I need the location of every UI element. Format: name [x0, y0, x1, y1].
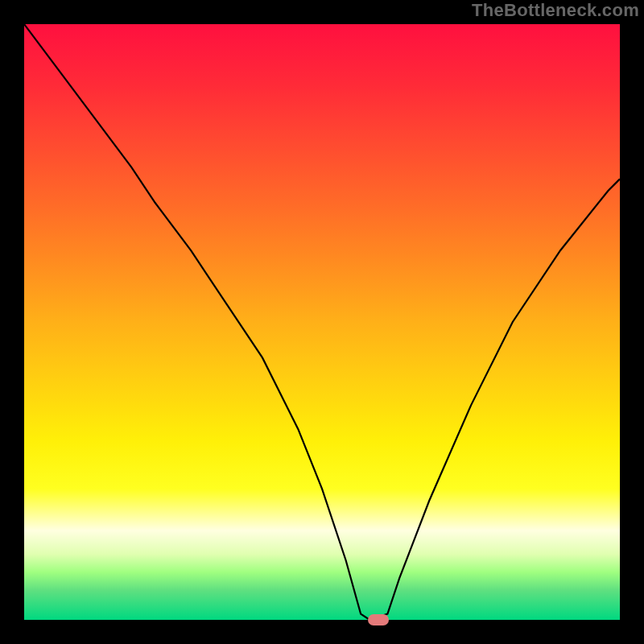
watermark-text: TheBottleneck.com	[472, 0, 639, 21]
bottleneck-chart: TheBottleneck.com	[0, 0, 644, 644]
bottleneck-curve	[24, 24, 620, 620]
optimal-point-marker	[368, 614, 389, 625]
